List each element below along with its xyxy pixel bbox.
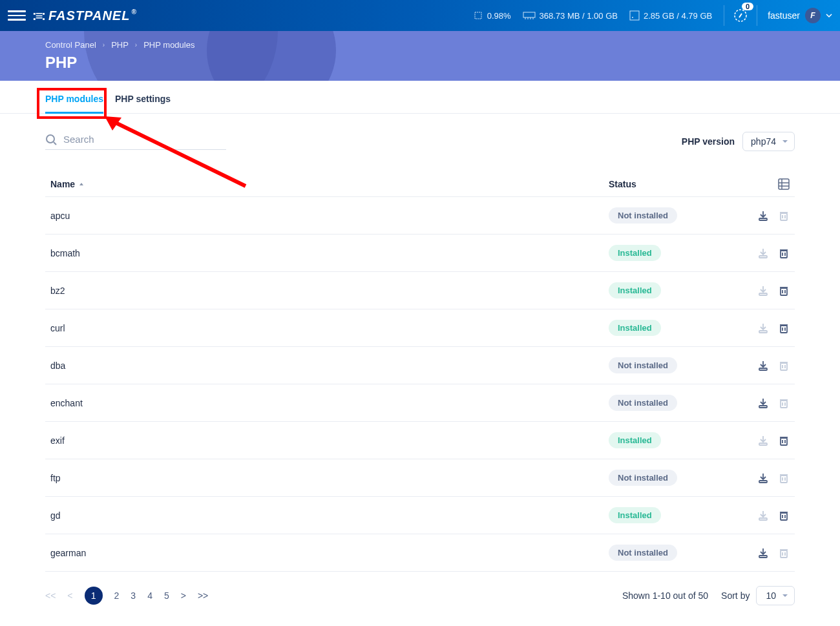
disk-value: 2.85 GB / 4.79 GB: [644, 11, 712, 21]
page-header: Control Panel › PHP › PHP modules PHP: [0, 31, 840, 81]
svg-rect-28: [781, 288, 787, 295]
delete-button[interactable]: [778, 322, 790, 334]
logo-text: FASTPANEL: [48, 8, 130, 23]
table-row: ftpNot installed: [45, 459, 795, 497]
ram-stat[interactable]: 368.73 MB / 1.00 GB: [523, 11, 618, 21]
shown-count: Shown 1-10 out of 50: [622, 590, 708, 601]
svg-rect-62: [759, 556, 767, 558]
user-menu[interactable]: fastuser F: [768, 8, 832, 23]
delete-button[interactable]: [778, 247, 790, 259]
install-button[interactable]: [757, 397, 769, 409]
disk-icon: [629, 10, 640, 21]
svg-rect-58: [781, 513, 787, 520]
status-badge: Installed: [609, 282, 661, 298]
notification-badge: 0: [742, 3, 753, 10]
page-5[interactable]: 5: [164, 590, 169, 601]
breadcrumb-php[interactable]: PHP: [111, 40, 129, 50]
svg-rect-47: [759, 443, 767, 445]
breadcrumb: Control Panel › PHP › PHP modules: [45, 40, 840, 50]
svg-rect-57: [759, 518, 767, 520]
status-badge: Not installed: [609, 395, 677, 411]
install-button[interactable]: [757, 547, 769, 559]
svg-rect-32: [759, 331, 767, 333]
delete-button[interactable]: [778, 510, 790, 521]
svg-rect-53: [781, 475, 787, 483]
perpage-select[interactable]: 10: [756, 586, 795, 605]
svg-rect-63: [781, 550, 787, 558]
install-button[interactable]: [757, 472, 769, 484]
chevron-down-icon: [826, 12, 832, 19]
column-name[interactable]: Name: [50, 179, 609, 189]
content-area: PHP modules PHP settings PHP version php…: [0, 81, 840, 620]
page-title: PHP: [45, 54, 840, 72]
breadcrumb-control-panel[interactable]: Control Panel: [45, 40, 96, 50]
module-name: bz2: [50, 286, 609, 296]
page-2[interactable]: 2: [114, 590, 120, 601]
ram-icon: [523, 12, 536, 19]
svg-point-11: [47, 135, 54, 143]
status-badge: Not installed: [609, 470, 677, 486]
page-last[interactable]: >>: [198, 590, 208, 601]
svg-rect-38: [781, 363, 787, 370]
svg-point-7: [632, 17, 633, 18]
delete-button: [778, 472, 790, 484]
module-name: bcmath: [50, 248, 609, 258]
page-4[interactable]: 4: [147, 590, 152, 601]
module-name: gd: [50, 510, 609, 521]
svg-rect-23: [781, 251, 787, 258]
breadcrumb-php-modules: PHP modules: [143, 40, 194, 50]
install-button: [757, 322, 769, 334]
cpu-stat[interactable]: 0.98%: [473, 10, 511, 21]
column-status[interactable]: Status: [609, 179, 738, 189]
svg-rect-33: [781, 326, 787, 333]
hamburger-menu-button[interactable]: [8, 6, 26, 25]
table-row: gearmanNot installed: [45, 534, 795, 572]
bell-icon: [733, 8, 748, 23]
module-status: Installed: [609, 245, 738, 261]
table-row: bcmathInstalled: [45, 235, 795, 272]
module-name: apcu: [50, 211, 609, 221]
page-first[interactable]: <<: [45, 590, 56, 601]
delete-button[interactable]: [778, 285, 790, 297]
search-input[interactable]: [63, 134, 226, 145]
notifications-button[interactable]: 0: [724, 5, 757, 26]
page-prev[interactable]: <: [67, 590, 72, 601]
delete-button: [778, 397, 790, 409]
tabs: PHP modules PHP settings: [0, 81, 840, 114]
delete-button[interactable]: [778, 435, 790, 446]
status-badge: Installed: [609, 432, 661, 448]
module-status: Not installed: [609, 470, 738, 486]
svg-line-12: [54, 142, 56, 145]
install-button: [757, 285, 769, 297]
column-view-toggle[interactable]: [738, 178, 790, 190]
module-name: curl: [50, 323, 609, 333]
status-badge: Installed: [609, 507, 661, 523]
svg-rect-1: [523, 12, 535, 17]
install-button[interactable]: [757, 210, 769, 222]
table-row: dbaNot installed: [45, 347, 795, 384]
tab-php-settings[interactable]: PHP settings: [115, 87, 171, 113]
logo-icon: :≡:: [32, 8, 45, 23]
svg-rect-27: [759, 293, 767, 295]
topbar: :≡: FASTPANEL® 0.98% 368.73 MB / 1.00 GB…: [0, 0, 840, 31]
php-version-select[interactable]: php74: [742, 132, 795, 151]
cpu-value: 0.98%: [487, 11, 511, 21]
page-next[interactable]: >: [181, 590, 186, 601]
table-header: Name Status: [45, 172, 795, 197]
table-row: bz2Installed: [45, 272, 795, 309]
trademark-icon: ®: [131, 8, 136, 16]
tab-php-modules[interactable]: PHP modules: [45, 87, 103, 114]
sortby-label: Sort by: [721, 590, 750, 601]
install-button: [757, 510, 769, 521]
svg-rect-13: [779, 179, 789, 189]
status-badge: Installed: [609, 320, 661, 336]
svg-rect-37: [759, 368, 767, 370]
svg-rect-17: [759, 218, 767, 220]
page-3[interactable]: 3: [131, 590, 136, 601]
app-logo[interactable]: :≡: FASTPANEL®: [32, 8, 137, 23]
disk-stat[interactable]: 2.85 GB / 4.79 GB: [629, 10, 712, 21]
ram-value: 368.73 MB / 1.00 GB: [540, 11, 618, 21]
search-field[interactable]: [45, 134, 226, 150]
install-button[interactable]: [757, 360, 769, 371]
page-1[interactable]: 1: [85, 587, 103, 605]
